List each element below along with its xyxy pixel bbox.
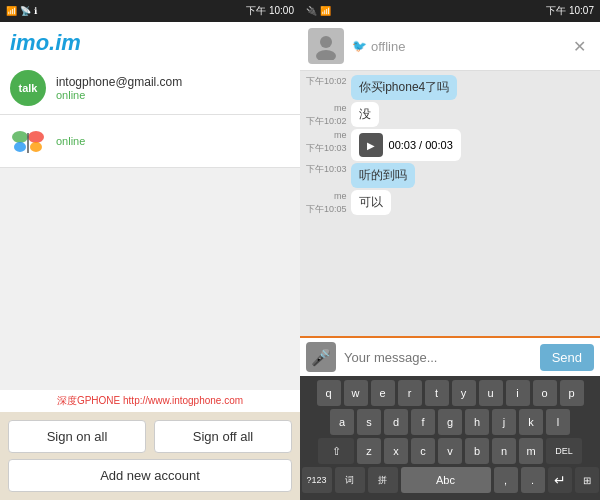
- key-a[interactable]: a: [330, 409, 354, 435]
- offline-bird-icon: 🐦: [352, 39, 367, 53]
- left-panel: 📶 📡 ℹ 下午 10:00 imo.im talk intogphone@gm…: [0, 0, 300, 500]
- key-t[interactable]: t: [425, 380, 449, 406]
- chat-messages: 下午10:02 你买iphone4了吗 me 下午10:02 没 me 下午10…: [300, 71, 600, 336]
- grid-key[interactable]: ⊞: [575, 467, 599, 493]
- message-input[interactable]: [340, 346, 536, 369]
- message-row-4: 下午10:03 听的到吗: [306, 163, 594, 188]
- keyboard: q w e r t y u i o p a s d f g h j k l ⇧ …: [300, 376, 600, 500]
- key-i[interactable]: i: [506, 380, 530, 406]
- app-header: imo.im: [0, 22, 300, 62]
- add-new-account-button[interactable]: Add new account: [8, 459, 292, 492]
- key-l[interactable]: l: [546, 409, 570, 435]
- key-y[interactable]: y: [452, 380, 476, 406]
- talk-icon: talk: [10, 70, 46, 106]
- key-r[interactable]: r: [398, 380, 422, 406]
- account-email-talk: intogphone@gmail.com: [56, 75, 290, 89]
- status-bar-left: 📶 📡 ℹ 下午 10:00: [0, 0, 300, 22]
- msg-meta-1: 下午10:02: [306, 75, 347, 88]
- msg-meta-4: 下午10:03: [306, 163, 347, 176]
- keyboard-row-3: ⇧ z x c v b n m DEL: [302, 438, 598, 464]
- key-u[interactable]: u: [479, 380, 503, 406]
- signal-icon: 📶: [6, 6, 17, 16]
- svg-point-5: [320, 36, 332, 48]
- key-v[interactable]: v: [438, 438, 462, 464]
- mic-button[interactable]: 🎤: [306, 342, 336, 372]
- keyboard-row-1: q w e r t y u i o p: [302, 380, 598, 406]
- signal2-icon: 📶: [320, 6, 331, 16]
- btn-row-sign: Sign on all Sign off all: [8, 420, 292, 453]
- send-button[interactable]: Send: [540, 344, 594, 371]
- sign-off-all-button[interactable]: Sign off all: [154, 420, 292, 453]
- status-time-left: 下午 10:00: [246, 4, 294, 18]
- key-c[interactable]: c: [411, 438, 435, 464]
- msg-meta-2: me 下午10:02: [306, 102, 347, 127]
- key-h[interactable]: h: [465, 409, 489, 435]
- key-n[interactable]: n: [492, 438, 516, 464]
- svg-point-3: [30, 142, 42, 152]
- key-q[interactable]: q: [317, 380, 341, 406]
- bottom-buttons: Sign on all Sign off all Add new account: [0, 412, 300, 500]
- key-j[interactable]: j: [492, 409, 516, 435]
- key-e[interactable]: e: [371, 380, 395, 406]
- account-item-talk[interactable]: talk intogphone@gmail.com online: [0, 62, 300, 115]
- message-row-5: me 下午10:05 可以: [306, 190, 594, 215]
- msg-audio-3: ▶ 00:03 / 00:03: [351, 129, 461, 161]
- keyboard-row-4: ?123 词 拼 Abc , . ↵ ⊞: [302, 467, 598, 493]
- offline-text: offline: [371, 39, 405, 54]
- key-p[interactable]: p: [560, 380, 584, 406]
- key-o[interactable]: o: [533, 380, 557, 406]
- svg-point-0: [12, 131, 28, 143]
- key-d[interactable]: d: [384, 409, 408, 435]
- key-s[interactable]: s: [357, 409, 381, 435]
- key-m[interactable]: m: [519, 438, 543, 464]
- message-row-1: 下午10:02 你买iphone4了吗: [306, 75, 594, 100]
- chat-avatar: [308, 28, 344, 64]
- shift-key[interactable]: ⇧: [318, 438, 354, 464]
- msg-meta-5: me 下午10:05: [306, 190, 347, 215]
- account-info-butterfly: online: [56, 135, 290, 147]
- key-z[interactable]: z: [357, 438, 381, 464]
- msg-bubble-4: 听的到吗: [351, 163, 415, 188]
- notification-icon: ℹ: [34, 6, 37, 16]
- status-bar-right: 🔌 📶 下午 10:07: [300, 0, 600, 22]
- account-status-butterfly: online: [56, 135, 290, 147]
- msg-bubble-2: 没: [351, 102, 379, 127]
- audio-time: 00:03 / 00:03: [389, 139, 453, 151]
- chat-input-area: 🎤 Send: [300, 336, 600, 376]
- account-status-talk: online: [56, 89, 290, 101]
- key-b[interactable]: b: [465, 438, 489, 464]
- close-button[interactable]: ✕: [567, 35, 592, 58]
- svg-point-1: [28, 131, 44, 143]
- key-f[interactable]: f: [411, 409, 435, 435]
- right-panel: 🔌 📶 下午 10:07 🐦 offline ✕ 下午10:02 你买iph: [300, 0, 600, 500]
- pinyin-key[interactable]: 拼: [368, 467, 398, 493]
- key-x[interactable]: x: [384, 438, 408, 464]
- butterfly-icon: [10, 123, 46, 159]
- msg-meta-3: me 下午10:03: [306, 129, 347, 154]
- sign-on-all-button[interactable]: Sign on all: [8, 420, 146, 453]
- key-w[interactable]: w: [344, 380, 368, 406]
- key-k[interactable]: k: [519, 409, 543, 435]
- msg-bubble-1: 你买iphone4了吗: [351, 75, 458, 100]
- space-key[interactable]: Abc: [401, 467, 491, 493]
- play-button[interactable]: ▶: [359, 133, 383, 157]
- num-key[interactable]: ?123: [302, 467, 332, 493]
- chat-header: 🐦 offline ✕: [300, 22, 600, 71]
- key-g[interactable]: g: [438, 409, 462, 435]
- enter-key[interactable]: ↵: [548, 467, 572, 493]
- usb-icon: 🔌: [306, 6, 317, 16]
- watermark: 深度GPHONE http://www.intogphone.com: [0, 390, 300, 412]
- message-row-2: me 下午10:02 没: [306, 102, 594, 127]
- status-icons-left: 📶 📡 ℹ: [6, 6, 37, 16]
- period-key[interactable]: .: [521, 467, 545, 493]
- chinese-key[interactable]: 词: [335, 467, 365, 493]
- delete-key[interactable]: DEL: [546, 438, 582, 464]
- account-list: talk intogphone@gmail.com online online: [0, 62, 300, 390]
- chat-status-area: 🐦 offline: [352, 39, 559, 54]
- keyboard-row-2: a s d f g h j k l: [302, 409, 598, 435]
- comma-key[interactable]: ,: [494, 467, 518, 493]
- svg-point-6: [316, 50, 336, 60]
- svg-point-2: [14, 142, 26, 152]
- account-item-butterfly[interactable]: online: [0, 115, 300, 168]
- msg-bubble-5: 可以: [351, 190, 391, 215]
